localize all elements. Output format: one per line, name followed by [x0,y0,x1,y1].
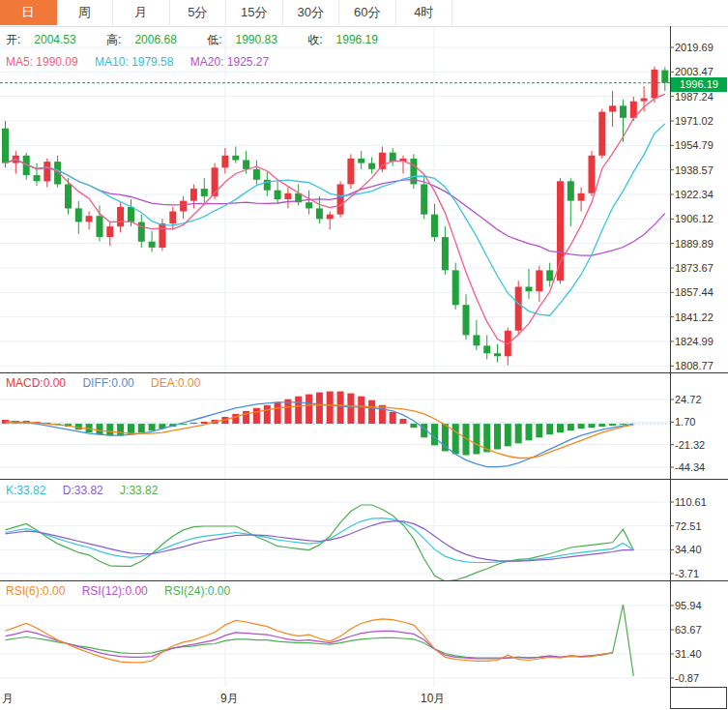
macd-bar [190,423,197,424]
candle-body [180,201,187,212]
candle-body [316,208,323,219]
candle-body [620,105,626,118]
candle-body [275,191,281,199]
macd-bar [442,424,449,451]
candle-body [515,287,522,331]
candle-body [368,163,375,169]
macd-bar [138,424,145,432]
candle-body [568,181,574,200]
candle-body [327,215,334,220]
macd-bar [337,392,344,424]
rsi6-line [6,619,613,663]
candle-body [609,105,616,111]
macd-bar [410,424,417,428]
macd-bar [358,397,364,424]
candle-body [212,167,218,196]
candle-body [589,156,596,193]
candle-body [149,242,156,248]
candle-body [483,345,490,353]
candle-body [159,223,165,248]
macd-bar [253,408,260,424]
macd-bar [97,424,103,434]
macd-bar [284,399,291,424]
macd-bar [327,392,334,424]
axis-corner-box [670,687,727,709]
candle-body [221,156,228,168]
candle-body [452,270,459,305]
ma10-line [6,124,665,315]
macd-bar [589,424,596,428]
macd-bar [494,424,501,449]
candle-body [117,207,124,226]
candle-body [379,153,386,169]
candle-body [253,169,260,180]
candle-body [473,335,480,345]
macd-panel [2,392,633,467]
candle-body [390,153,396,162]
rsi24-line [6,605,634,676]
macd-bar [264,405,271,424]
macd-bar [526,424,533,440]
candle-body [661,71,668,83]
macd-bar [431,424,438,445]
time-axis-label: 9月 [220,691,239,707]
candle-body [463,305,470,335]
candle-body [442,237,449,270]
candle-body [546,270,553,281]
candle-body [641,99,648,102]
macd-bar [473,424,480,454]
candle-body [243,161,249,169]
candle-body [34,175,41,181]
candle-body [86,216,93,222]
macd-bar [400,419,407,424]
candle-body [347,159,354,185]
candle-body [337,185,344,215]
candle-body [431,215,438,237]
macd-bar [546,424,553,434]
candle-body [536,270,542,291]
macd-bar [609,424,616,426]
macd-bar [505,424,511,446]
kdj-panel [6,505,634,581]
main-price-panel [0,67,670,366]
macd-bar [536,424,542,437]
candle-body [128,207,134,222]
candle-body [578,193,585,201]
candlestick-chart-canvas [0,0,728,710]
macd-bar [316,393,323,424]
macd-bar [275,402,281,424]
macd-bar [149,424,156,430]
candle-body [97,216,103,237]
current-price-tag: 1996.19 [671,77,727,92]
time-axis-label: 月 [2,691,14,707]
macd-bar [557,424,564,432]
candle-body [306,202,312,208]
time-axis: 月 9月 10月 [0,687,728,710]
candle-body [284,193,291,199]
macd-bar [515,424,522,443]
candle-body [557,181,564,281]
j-line [6,505,634,581]
macd-bar [379,405,386,424]
macd-bar [117,424,124,435]
candle-body [2,129,9,163]
macd-bar [295,397,302,424]
candle-body [526,287,533,292]
macd-bar [201,422,208,424]
candle-body [75,208,82,222]
candle-body [598,112,605,156]
candle-body [54,162,61,184]
candle-body [652,70,658,99]
macd-bar [598,424,605,427]
candle-body [232,156,239,161]
macd-bar [306,395,312,424]
time-axis-label: 10月 [421,691,445,707]
candle-body [358,159,364,163]
candle-body [201,189,208,196]
macd-bar [347,394,354,424]
candle-body [190,189,197,201]
trading-chart-app: 日 周 月 5分 15分 30分 60分 4时 开:2004.53 高:2006… [0,0,728,710]
macd-bar [578,424,585,429]
d-line [6,521,634,561]
ma20-line [6,160,665,256]
